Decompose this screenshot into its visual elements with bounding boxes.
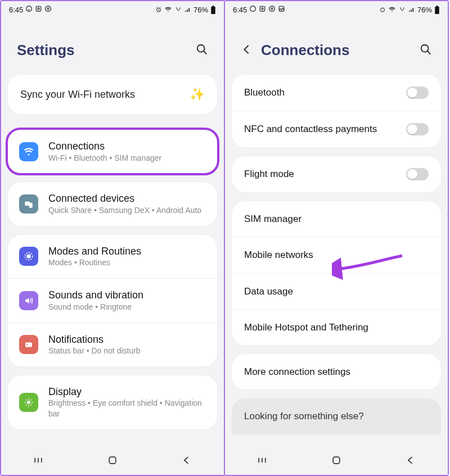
- svg-rect-6: [211, 6, 215, 14]
- row-mobile-networks[interactable]: Mobile networks: [232, 237, 441, 273]
- row-title: Flight mode: [244, 168, 406, 180]
- instagram-icon: [35, 5, 42, 14]
- toggle-nfc[interactable]: [406, 123, 429, 135]
- svg-rect-16: [109, 457, 116, 464]
- svg-point-20: [269, 6, 275, 12]
- looking-label: Looking for something else?: [244, 411, 364, 421]
- toggle-flight[interactable]: [406, 168, 429, 180]
- search-icon[interactable]: [196, 43, 208, 58]
- svg-point-23: [380, 8, 384, 12]
- back-button[interactable]: [181, 455, 192, 466]
- whatsapp-icon: [25, 5, 33, 14]
- alarm-icon: [155, 6, 162, 13]
- looking-for-banner[interactable]: Looking for something else?: [232, 398, 441, 434]
- wifi-icon: [164, 6, 172, 13]
- svg-point-8: [197, 44, 205, 52]
- svg-point-4: [47, 8, 49, 10]
- whatsapp-icon: [249, 5, 256, 14]
- recents-button[interactable]: [33, 455, 44, 466]
- sparkle-icon: ✨: [190, 87, 205, 102]
- row-sub: Sound mode • Ringtone: [48, 302, 206, 312]
- row-title: Notifications: [48, 333, 206, 346]
- row-sub: Modes • Routines: [48, 257, 206, 268]
- row-notifications[interactable]: Notifications Status bar • Do not distur…: [8, 323, 217, 366]
- battery-pct: 76%: [194, 6, 208, 14]
- row-modes[interactable]: Modes and Routines Modes • Routines: [8, 235, 217, 278]
- row-title: Display: [48, 386, 206, 398]
- row-title: Data usage: [244, 285, 429, 297]
- row-more-settings[interactable]: More connection settings: [232, 354, 441, 389]
- connections-header: Connections: [225, 18, 448, 75]
- battery-pct: 76%: [417, 6, 432, 14]
- svg-rect-27: [333, 457, 340, 464]
- row-bluetooth[interactable]: Bluetooth: [232, 75, 441, 111]
- row-nfc[interactable]: NFC and contactless payments: [232, 111, 441, 147]
- gallery-icon: [278, 5, 285, 14]
- row-data-usage[interactable]: Data usage: [232, 273, 441, 309]
- card-more: More connection settings: [232, 354, 441, 389]
- svg-point-17: [250, 6, 256, 12]
- svg-rect-24: [435, 6, 439, 14]
- battery-icon: [210, 6, 216, 14]
- recents-button[interactable]: [256, 455, 268, 466]
- card-modes-sounds-notif: Modes and Routines Modes • Routines Soun…: [8, 235, 217, 366]
- row-sim-manager[interactable]: SIM manager: [232, 201, 441, 237]
- settings-scroll[interactable]: Sync your Wi-Fi networks ✨ Connections W…: [1, 75, 224, 446]
- display-icon: [19, 393, 38, 412]
- search-icon[interactable]: [420, 43, 432, 58]
- row-title: SIM manager: [244, 213, 429, 225]
- row-display[interactable]: Display Brightness • Eye comfort shield …: [8, 375, 217, 429]
- page-title: Settings: [17, 42, 188, 59]
- row-sub: Brightness • Eye comfort shield • Naviga…: [48, 398, 206, 419]
- page-title: Connections: [261, 42, 412, 59]
- svg-point-3: [46, 6, 51, 12]
- back-icon[interactable]: [241, 43, 253, 58]
- card-flight: Flight mode: [232, 156, 441, 192]
- status-bar: 6:45 76%: [1, 1, 224, 18]
- phone-right: 6:45 76% Connections Bluetooth: [224, 0, 449, 476]
- nav-bar: [225, 446, 448, 475]
- row-title: Sounds and vibration: [48, 289, 206, 302]
- row-connected-devices[interactable]: Connected devices Quick Share • Samsung …: [8, 182, 217, 225]
- wifi-icon: [388, 6, 396, 13]
- wifi-sync-banner[interactable]: Sync your Wi-Fi networks ✨: [8, 75, 217, 114]
- row-title: Mobile networks: [244, 249, 429, 261]
- row-hotspot[interactable]: Mobile Hotspot and Tethering: [232, 309, 441, 345]
- nav-bar: [1, 446, 224, 475]
- toggle-bluetooth[interactable]: [406, 87, 429, 99]
- svg-point-0: [26, 6, 32, 12]
- status-time: 6:45: [9, 6, 23, 14]
- svg-rect-7: [213, 6, 214, 7]
- notification-icon: [19, 335, 38, 354]
- sound-icon: [19, 291, 38, 310]
- vowifi-icon: [398, 6, 406, 13]
- card-connections-group: Connections Wi-Fi • Bluetooth • SIM mana…: [8, 130, 217, 173]
- card-display: Display Brightness • Eye comfort shield …: [8, 375, 217, 429]
- row-sounds[interactable]: Sounds and vibration Sound mode • Ringto…: [8, 278, 217, 322]
- camera-icon: [268, 5, 276, 14]
- row-flight[interactable]: Flight mode: [232, 156, 441, 192]
- back-button[interactable]: [405, 455, 416, 466]
- signal-icon: [184, 6, 191, 13]
- home-button[interactable]: [331, 455, 342, 466]
- svg-rect-10: [29, 203, 33, 208]
- camera-icon: [44, 5, 52, 14]
- row-sub: Status bar • Do not disturb: [48, 346, 206, 356]
- svg-rect-13: [25, 343, 32, 347]
- row-title: Bluetooth: [244, 87, 406, 98]
- row-title: Connections: [48, 140, 206, 153]
- status-time: 6:45: [233, 6, 247, 14]
- modes-icon: [19, 247, 38, 266]
- connections-scroll[interactable]: Bluetooth NFC and contactless payments F…: [225, 75, 448, 446]
- wifi-icon: [19, 142, 38, 161]
- svg-rect-25: [436, 6, 438, 7]
- svg-point-21: [271, 8, 273, 10]
- svg-point-11: [26, 255, 31, 259]
- home-button[interactable]: [107, 455, 118, 466]
- row-title: More connection settings: [244, 366, 429, 378]
- banner-label: Sync your Wi-Fi networks: [20, 89, 135, 101]
- instagram-icon: [259, 5, 266, 14]
- row-connections[interactable]: Connections Wi-Fi • Bluetooth • SIM mana…: [8, 130, 217, 173]
- row-title: Mobile Hotspot and Tethering: [244, 321, 429, 333]
- svg-point-15: [27, 401, 30, 404]
